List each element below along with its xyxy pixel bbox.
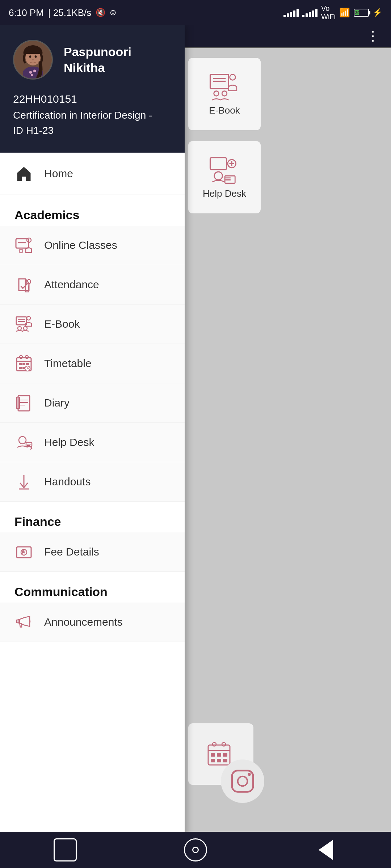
helpdesk-card[interactable]: Help Desk [188, 141, 261, 213]
instagram-icon [228, 767, 257, 796]
svg-rect-19 [223, 759, 227, 762]
online-classes-icon [14, 236, 33, 255]
nav-item-helpdesk[interactable]: Help Desk [0, 423, 185, 462]
main-header: ⋮ [181, 25, 391, 47]
circle-icon [184, 838, 207, 861]
avatar [13, 40, 53, 80]
profile-details: 22HH010151 Certification in Interior Des… [13, 90, 172, 138]
nav-item-announcements[interactable]: Announcements [0, 603, 185, 642]
profile-top: Paspunoori Nikitha [13, 40, 172, 80]
announcements-label: Announcements [44, 616, 123, 628]
svg-rect-16 [223, 753, 227, 757]
svg-rect-48 [22, 363, 25, 365]
svg-point-27 [29, 71, 32, 74]
diary-label: Diary [44, 397, 70, 409]
nav-item-handouts[interactable]: Handouts [0, 462, 185, 502]
back-nav-button[interactable] [311, 835, 340, 864]
ebook-nav-icon [14, 315, 33, 333]
online-classes-label: Online Classes [44, 239, 117, 251]
svg-point-8 [214, 172, 223, 180]
profile-course: Certification in Interior Design - [13, 108, 172, 123]
instagram-icon-card[interactable] [221, 760, 264, 803]
circle-inner-icon [192, 847, 199, 853]
svg-rect-50 [19, 367, 22, 369]
finance-title: Finance [14, 515, 61, 528]
svg-point-4 [214, 91, 219, 96]
timetable-label: Timetable [44, 357, 92, 370]
nav-item-attendance[interactable]: Attendance [0, 265, 185, 305]
svg-point-31 [35, 55, 37, 58]
ebook-label: E-Book [44, 318, 80, 330]
svg-point-42 [24, 327, 27, 330]
ebook-card[interactable]: E-Book [188, 58, 261, 130]
nav-item-home[interactable]: Home [0, 153, 185, 195]
handouts-icon [14, 472, 33, 491]
home-button[interactable] [181, 835, 210, 864]
svg-text:₹: ₹ [22, 549, 25, 555]
svg-rect-14 [211, 753, 215, 757]
status-bar: 6:10 PM | 25.1KB/s 🔇 ⊜ VoWiFi 📶 39 ⚡ [0, 0, 391, 25]
sim-icon: ⊜ [110, 8, 116, 17]
handouts-label: Handouts [44, 476, 91, 488]
status-info: 6:10 PM | 25.1KB/s 🔇 ⊜ [9, 7, 116, 18]
nav-item-timetable[interactable]: Timetable [0, 344, 185, 383]
bottom-nav [0, 832, 391, 868]
profile-section: Paspunoori Nikitha 22HH010151 Certificat… [0, 25, 185, 153]
nav-item-fee-details[interactable]: ₹ Fee Details [0, 532, 185, 572]
nav-item-online-classes[interactable]: Online Classes [0, 226, 185, 265]
svg-rect-47 [19, 363, 22, 365]
svg-point-30 [29, 55, 31, 58]
svg-point-3 [230, 74, 236, 80]
diary-icon [14, 393, 33, 412]
helpdesk-nav-icon [14, 433, 33, 452]
mute-icon: 🔇 [96, 8, 105, 17]
svg-point-32 [32, 59, 34, 61]
home-label: Home [44, 167, 73, 180]
svg-point-46 [25, 356, 28, 358]
more-options-button[interactable]: ⋮ [366, 29, 380, 44]
profile-student-id: 22HH010151 [13, 90, 172, 108]
speed-display: | 25.1KB/s [48, 7, 92, 18]
helpdesk-icon [208, 156, 241, 184]
signal-icon [283, 8, 299, 17]
signal-icon-2 [302, 8, 318, 17]
svg-point-22 [248, 773, 251, 776]
wifi-icon: 📶 [339, 8, 350, 18]
timetable-nav-icon [14, 354, 33, 373]
battery-icon: 39 [354, 9, 369, 17]
status-icons: VoWiFi 📶 39 ⚡ [283, 4, 382, 21]
academics-title: Academics [14, 208, 80, 222]
communication-title: Communication [14, 585, 108, 599]
nav-item-diary[interactable]: Diary [0, 383, 185, 423]
svg-rect-49 [26, 363, 29, 365]
navigation-drawer: Paspunoori Nikitha 22HH010151 Certificat… [0, 25, 185, 868]
svg-rect-6 [210, 157, 227, 170]
svg-point-41 [18, 327, 21, 330]
nav-item-ebook[interactable]: E-Book [0, 305, 185, 344]
announcements-icon [14, 613, 33, 631]
back-arrow-icon [319, 840, 333, 860]
svg-rect-18 [217, 759, 221, 762]
charging-icon: ⚡ [373, 8, 382, 17]
back-button[interactable] [51, 835, 80, 864]
finance-section-header: Finance [0, 502, 185, 532]
attendance-label: Attendance [44, 278, 99, 291]
svg-point-60 [19, 437, 26, 444]
svg-point-5 [222, 91, 227, 96]
header-divider [181, 47, 391, 48]
fee-details-label: Fee Details [44, 546, 99, 558]
square-icon [54, 838, 77, 861]
svg-rect-37 [16, 317, 26, 325]
helpdesk-label: Help Desk [44, 436, 94, 448]
time-display: 6:10 PM [9, 7, 44, 18]
svg-point-28 [33, 69, 36, 72]
ebook-icon [208, 72, 241, 101]
attendance-icon [14, 275, 33, 294]
svg-rect-17 [211, 759, 215, 762]
academics-section-header: Academics [0, 195, 185, 226]
ebook-card-label: E-Book [209, 105, 240, 116]
nav-section: Home Academics Online Classes [0, 153, 185, 642]
fee-details-icon: ₹ [14, 542, 33, 561]
helpdesk-card-label: Help Desk [203, 188, 246, 199]
svg-point-40 [27, 316, 30, 320]
